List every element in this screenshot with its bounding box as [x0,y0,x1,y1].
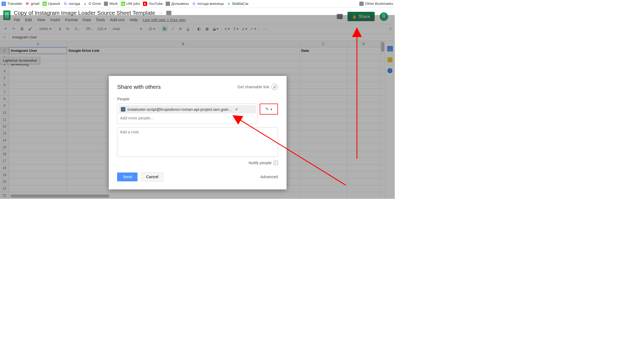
bookmark-label: UW jobs [126,2,140,6]
bookmark-translate[interactable]: 文Translate [2,2,22,6]
google-icon: G [192,2,196,6]
bookmark-label: Upwork [48,2,60,6]
link-icon: 🔗 [272,84,278,90]
google-icon: G [63,2,67,6]
bookmark-uwjobs[interactable]: UpUW jobs [121,2,140,6]
cancel-button[interactable]: Cancel [141,172,163,182]
bookmark-label: BlaBlaCar [232,2,249,6]
dialog-title: Share with others [117,84,161,90]
bookmark-label: G Drive [89,2,101,6]
bookmark-gdrive[interactable]: ▲G Drive [83,2,101,6]
people-input[interactable]: 👤 instalooter-script@krupodorov-roman-ap… [117,104,257,124]
translate-icon: 文 [2,2,6,6]
upwork-icon: Up [121,2,125,6]
notify-checkbox[interactable]: ✓ [274,161,278,165]
shareable-label: Get shareable link [237,85,269,89]
bookmark-work[interactable]: Work [104,2,118,6]
chip-email: instalooter-script@krupodorov-roman-api-… [127,107,233,112]
bookmark-weather[interactable]: Gпогода [63,2,80,6]
add-people-input[interactable] [119,113,256,122]
bookmark-label: Other Bookmarks [365,2,393,6]
folder-icon [359,2,364,6]
notify-label: Notify people [249,161,272,165]
permission-dropdown[interactable]: ✎ ▾ [260,104,278,114]
email-chip: 👤 instalooter-script@krupodorov-roman-ap… [119,105,256,113]
drive-icon: ▲ [83,2,87,6]
bookmark-youtube[interactable]: ▶YouTube [143,2,163,6]
bookmark-label: YouTube [149,2,163,6]
bookmark-label: Дольмены [171,2,189,6]
person-icon: 👤 [121,107,125,112]
bookmark-gmail[interactable]: Mgmail [25,2,39,6]
star-icon[interactable]: ☆ [159,10,162,15]
move-folder-icon[interactable] [166,11,172,15]
bookmark-blablacar[interactable]: ●BlaBlaCar [227,2,248,6]
remove-chip-icon[interactable]: × [235,107,238,112]
bookmark-label: Translate [7,2,22,6]
upwork-icon: Up [42,2,47,6]
folder-icon [104,2,108,6]
bookmark-label: Work [109,2,118,6]
bookmark-weather2[interactable]: Gпогода винница [192,2,224,6]
advanced-link[interactable]: Advanced [260,175,278,179]
blablacar-icon: ● [227,2,231,6]
gmail-icon: M [25,2,30,6]
youtube-icon: ▶ [143,2,147,6]
bookmark-dolmens[interactable]: Дольмены [166,2,189,6]
bookmark-other[interactable]: Other Bookmarks [359,2,393,6]
share-dialog: Share with others Get shareable link 🔗 P… [109,76,287,190]
folder-icon [166,2,170,6]
pencil-icon: ✎ [265,107,269,112]
bookmark-label: gmail [31,2,39,6]
bookmarks-bar: 文Translate Mgmail UpUpwork Gпогода ▲G Dr… [0,0,395,8]
notify-row: Notify people ✓ [117,161,278,165]
send-button[interactable]: Send [117,173,138,181]
people-label: People [117,97,278,101]
bookmark-label: погода винница [197,2,224,6]
bookmark-label: погода [69,2,80,6]
chevron-down-icon: ▾ [270,107,272,111]
note-textarea[interactable] [117,127,278,157]
get-shareable-link[interactable]: Get shareable link 🔗 [237,84,278,90]
bookmark-upwork[interactable]: UpUpwork [42,2,60,6]
